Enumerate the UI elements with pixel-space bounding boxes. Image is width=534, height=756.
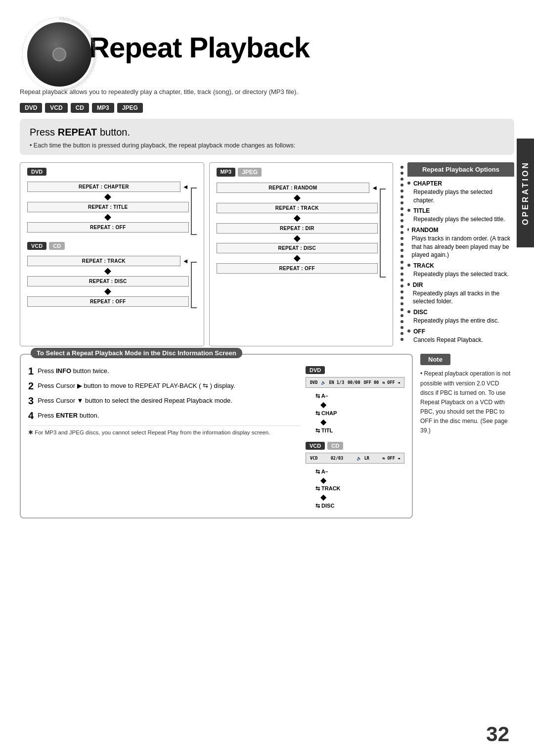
vcd-flow-item-1: REPEAT : TRACK ◄ (27, 256, 189, 266)
vcd-display-screen: VCD 02/03 🔈 LR ⇆ OFF ◄ (306, 453, 404, 464)
badge-vcd: VCD (45, 103, 67, 113)
option-dir-term: DIR (413, 281, 514, 289)
mp3-flow-item-1: REPEAT : RANDOM ◄ (217, 183, 378, 193)
jpeg-badge-flow: JPEG (238, 168, 262, 177)
dvd-flow-container: REPEAT : CHAPTER ◄ ◆ REPEAT : TITLE ◆ RE… (27, 182, 197, 235)
mp3-arrow-3: ◆ (217, 234, 378, 243)
dvd-flow-item-3: REPEAT : OFF (27, 222, 189, 233)
vcd-screen-flow-track: ⇆ TRACK (315, 484, 341, 493)
mp3-jpeg-flow-box: MP3 JPEG REPEAT : RANDOM ◄ ◆ REPEAT : TR… (209, 162, 394, 346)
option-disc-desc: Repeatedly plays the entire disc. (413, 317, 499, 324)
dvd-flow-labels: REPEAT : CHAPTER ◄ ◆ REPEAT : TITLE ◆ RE… (27, 182, 189, 233)
mp3-repeat-random: REPEAT : RANDOM (217, 183, 370, 193)
option-off-term: OFF (413, 328, 483, 336)
dvd-screen-arrow-2: ◆ (320, 418, 326, 426)
repeat-section: Press REPEAT button. • Each time the but… (20, 119, 514, 155)
step-2-text: Press Cursor ▶ button to move to REPEAT … (38, 381, 235, 391)
option-disc-content: DISC Repeatedly plays the entire disc. (413, 308, 499, 325)
left-arrow-vcd-track: ◄ (182, 257, 189, 265)
option-random: RANDOM Plays tracks in random order. (A … (407, 226, 514, 259)
step-4-text: Press ENTER button. (38, 411, 99, 421)
option-chapter-content: CHAPTER Repeatedly plays the selected ch… (413, 180, 514, 204)
step-3: 3 Press Cursor ▼ button to select the de… (28, 396, 301, 406)
option-disc-term: DISC (413, 308, 499, 317)
left-arrow-chapter: ◄ (182, 183, 189, 190)
step-4-number: 4 (28, 411, 34, 421)
mp3-flow-container: REPEAT : RANDOM ◄ ◆ REPEAT : TRACK ◆ REP… (217, 183, 386, 278)
vcd-cd-badges: VCD CD (27, 242, 197, 250)
vcd-flow-labels: REPEAT : TRACK ◄ ◆ REPEAT : DISC ◆ REPEA… (27, 256, 189, 307)
cd-badge-flow: CD (49, 242, 65, 250)
option-track-term: TRACK (413, 262, 509, 270)
option-track: TRACK Repeatedly plays the selected trac… (407, 262, 514, 279)
mp3-repeat-track: REPEAT : TRACK (217, 203, 378, 213)
mp3-flow-item-4: REPEAT : DISC (217, 243, 378, 253)
step-3-number: 3 (28, 396, 34, 406)
vcd-cd-flow-section: VCD CD REPEAT : TRACK ◄ ◆ REPEAT : DISC … (27, 242, 197, 308)
repeat-title: Press REPEAT button. (30, 127, 504, 138)
options-panel: Repeat Playback Options CHAPTER Repeated… (400, 162, 514, 346)
option-dir-content: DIR Repeatedly plays all tracks in the s… (413, 281, 514, 306)
footnote: ✱ For MP3 and JPEG discs, you cannot sel… (28, 425, 301, 436)
vcd-flow-item-3: REPEAT : OFF (27, 296, 189, 307)
vcd-screen-flow-disc: ⇆ DISC (315, 502, 334, 510)
page-number: 32 (486, 722, 509, 746)
steps-left: 1 Press INFO button twice. 2 Press Curso… (28, 366, 301, 510)
vcd-screen-flow: ⇆ A– ◆ ⇆ TRACK ◆ ⇆ DISC (315, 468, 404, 510)
page-header: 0101001010100101010010101001010100101010… (0, 0, 534, 84)
option-chapter-desc: Repeatedly plays the selected chapter. (413, 189, 492, 204)
badge-cd: CD (71, 103, 89, 113)
vcd-repeat-track: REPEAT : TRACK (27, 256, 180, 266)
note-panel: Note • Repeat playback operation is not … (420, 354, 514, 518)
options-list: CHAPTER Repeatedly plays the selected ch… (407, 180, 514, 344)
dvd-l-connector (191, 182, 197, 235)
mp3-flow-labels: REPEAT : RANDOM ◄ ◆ REPEAT : TRACK ◆ REP… (217, 183, 378, 274)
mp3-flow-item-2: REPEAT : TRACK (217, 203, 378, 213)
badge-jpeg: JPEG (117, 103, 143, 113)
dvd-screen-flow-titl: ⇆ TITL (315, 426, 333, 435)
option-disc: DISC Repeatedly plays the entire disc. (407, 308, 514, 325)
mp3-flow-item-3: REPEAT : DIR (217, 223, 378, 234)
dvd-screen-flow-chap: ⇆ CHAP (315, 409, 337, 418)
note-title: Note (420, 354, 450, 365)
options-dots-border (400, 162, 403, 346)
dvd-screen-section: DVD DVD 🔈 EN 1/3 00/00 OFF 00 ⇆ OFF ◄ ⇆ … (306, 366, 404, 510)
option-title-content: TITLE Repeatedly plays the selected titl… (413, 207, 505, 224)
vcd-badge-flow: VCD (27, 242, 46, 250)
badge-dvd: DVD (20, 103, 42, 113)
mp3-arrow-4: ◆ (217, 253, 378, 263)
vcd-screen-arrow-2: ◆ (320, 493, 326, 502)
mp3-repeat-off: REPEAT : OFF (217, 263, 378, 274)
vcd-cd-flow-container: REPEAT : TRACK ◄ ◆ REPEAT : DISC ◆ REPEA… (27, 256, 197, 308)
dvd-flow-item-2: REPEAT : TITLE (27, 202, 189, 212)
option-title: TITLE Repeatedly plays the selected titl… (407, 207, 514, 224)
option-random-desc: Plays tracks in random order. (A track t… (412, 235, 510, 259)
option-track-desc: Repeatedly plays the selected track. (413, 271, 509, 278)
option-random-content: RANDOM Plays tracks in random order. (A … (412, 226, 514, 259)
dvd-screen-arrow-1: ◆ (320, 400, 326, 409)
vcd-screen-arrow-1: ◆ (320, 476, 326, 485)
option-dir-desc: Repeatedly plays all tracks in the selec… (413, 290, 499, 305)
mp3-repeat-disc: REPEAT : DISC (217, 243, 378, 253)
option-chapter: CHAPTER Repeatedly plays the selected ch… (407, 180, 514, 204)
vcd-arrow-1: ◆ (27, 266, 189, 276)
vcd-screen-flow-a: ⇆ A– (315, 468, 328, 476)
vcd-display-row: VCD 02/03 🔈 LR ⇆ OFF ◄ (310, 456, 400, 461)
dvd-badge: DVD (27, 168, 46, 176)
info-box: To Select a Repeat Playback Mode in the … (20, 354, 413, 518)
vcd-repeat-off: REPEAT : OFF (27, 296, 189, 307)
mp3-l-connector (380, 183, 386, 278)
flow-diagrams: DVD REPEAT : CHAPTER ◄ ◆ REPEAT : TITLE … (20, 162, 393, 346)
disc-decorative-image: 0101001010100101010010101001010100101010… (20, 15, 84, 79)
main-content: DVD REPEAT : CHAPTER ◄ ◆ REPEAT : TITLE … (20, 162, 514, 346)
dvd-screen-badges: DVD (306, 366, 404, 374)
badge-mp3: MP3 (92, 103, 114, 113)
step-4: 4 Press ENTER button. (28, 411, 301, 421)
dvd-repeat-title: REPEAT : TITLE (27, 202, 189, 212)
dvd-display-row: DVD 🔈 EN 1/3 00/00 OFF 00 ⇆ OFF ◄ (310, 380, 400, 385)
step-1: 1 Press INFO button twice. (28, 366, 301, 376)
mp3-badge-flow: MP3 (217, 168, 236, 177)
dvd-flow-badges: DVD (27, 168, 197, 176)
page-title: Repeat Playback (89, 31, 310, 64)
vcd-screen-badge: VCD (306, 442, 325, 450)
